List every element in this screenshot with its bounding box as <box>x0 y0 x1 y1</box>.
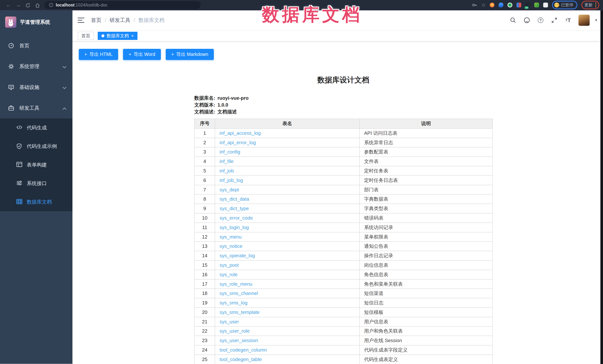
extension-icon-6[interactable] <box>534 3 539 7</box>
sidebar-logo[interactable]: 芋道管理系统 <box>0 11 72 29</box>
table-name-link[interactable]: sys_notice <box>220 243 243 249</box>
browser-menu-icon[interactable] <box>595 3 596 7</box>
browser-back-icon[interactable] <box>4 0 13 10</box>
tag-home[interactable]: 首页 <box>78 32 94 40</box>
password-key-icon[interactable] <box>472 2 477 8</box>
sidebar-item-label: 系统管理 <box>19 63 39 70</box>
table-grid-icon <box>16 199 22 205</box>
table-name-link[interactable]: inf_job_log <box>220 177 243 183</box>
address-bar[interactable]: localhost:1024/tool/db-doc <box>45 1 201 9</box>
browser-home-icon[interactable] <box>33 0 42 10</box>
font-size-icon[interactable] <box>565 17 571 23</box>
site-info-icon[interactable] <box>49 3 53 7</box>
export-markdown-button[interactable]: + 导出 Markdown <box>166 49 214 60</box>
row-index: 13 <box>195 242 215 251</box>
browser-update-group[interactable]: 更新 <box>581 1 599 9</box>
chevron-down-icon <box>62 63 67 70</box>
table-name-link[interactable]: sys_role <box>220 272 238 277</box>
browser-actions: on 已暂停 更新 <box>472 1 599 9</box>
table-row: 10sys_error_code错误码表 <box>195 213 492 223</box>
tag-db-doc[interactable]: 数据库文档 × <box>98 32 138 40</box>
row-index: 23 <box>195 336 215 345</box>
sidebar-item-devtools[interactable]: 研发工具 <box>0 98 72 118</box>
table-name-cell: sys_dict_type <box>215 204 359 213</box>
table-name-link[interactable]: sys_login_log <box>220 225 249 230</box>
table-name-link[interactable]: sys_sms_template <box>220 309 259 315</box>
page-scrollbar[interactable] <box>600 11 603 364</box>
browser-reload-icon[interactable] <box>23 0 33 10</box>
plus-icon: + <box>84 51 87 57</box>
breadcrumb-home[interactable]: 首页 <box>91 17 101 24</box>
export-word-button[interactable]: + 导出 Word <box>123 49 161 60</box>
table-name-link[interactable]: inf_api_error_log <box>220 140 256 145</box>
export-html-button[interactable]: + 导出 HTML <box>79 49 118 60</box>
table-name-link[interactable]: inf_config <box>220 149 240 155</box>
table-name-link[interactable]: sys_user_role <box>220 328 250 334</box>
table-name-link[interactable]: sys_sms_channel <box>220 290 258 296</box>
row-index: 19 <box>195 298 215 308</box>
url-path: :1024/tool/db-doc <box>74 3 108 8</box>
extensions-puzzle-icon[interactable] <box>543 3 548 7</box>
table-name-link[interactable]: inf_job <box>220 168 234 174</box>
breadcrumb-separator: / <box>105 17 106 23</box>
extension-icon-1[interactable] <box>490 3 495 7</box>
extension-icon-2[interactable] <box>499 3 503 7</box>
table-name-link[interactable]: sys_dict_data <box>220 196 249 202</box>
fullscreen-icon[interactable] <box>551 17 558 23</box>
sidebar-item-codegen-demo[interactable]: 代码生成示例 <box>0 137 72 155</box>
table-name-link[interactable]: sys_menu <box>220 234 242 240</box>
table-name-cell: sys_sms_channel <box>215 289 359 298</box>
sidebar-item-system[interactable]: 系统管理 <box>0 56 72 77</box>
extension-icon-4[interactable] <box>516 3 521 7</box>
table-name-link[interactable]: sys_user <box>220 319 239 324</box>
avatar[interactable] <box>579 15 590 26</box>
sidebar-item-infra[interactable]: 基础设施 <box>0 77 72 98</box>
tag-close-icon[interactable]: × <box>131 33 134 38</box>
table-name-link[interactable]: tool_codegen_table <box>220 357 262 362</box>
chevron-up-icon <box>62 105 67 111</box>
table-name-link[interactable]: tool_codegen_column <box>220 347 267 353</box>
bookmark-star-icon[interactable] <box>481 2 486 8</box>
table-row: 19sys_sms_log短信日志 <box>195 298 492 308</box>
table-name-link[interactable]: sys_dept <box>220 187 239 192</box>
column-header-index: 序号 <box>195 119 215 128</box>
sidebar-item-codegen[interactable]: 代码生成 <box>0 118 72 137</box>
search-icon[interactable] <box>510 17 516 23</box>
chevron-down-icon <box>62 84 67 91</box>
table-name-link[interactable]: sys_role_menu <box>220 281 252 287</box>
table-name-link[interactable]: sys_operate_log <box>220 253 255 258</box>
tag-label: 数据库文档 <box>107 33 129 39</box>
row-index: 12 <box>195 232 215 242</box>
sidebar-item-api[interactable]: 系统接口 <box>0 174 72 193</box>
table-row: 23sys_user_session用户在线 Session <box>195 336 492 345</box>
sidebar-toggle-icon[interactable] <box>78 18 84 23</box>
extension-icon-5[interactable]: on <box>525 3 530 7</box>
row-index: 25 <box>195 355 215 364</box>
browser-forward-icon[interactable] <box>13 0 23 10</box>
button-label: 导出 HTML <box>89 51 113 57</box>
doc-title: 数据库设计文档 <box>194 75 492 85</box>
sidebar-item-db-doc[interactable]: 数据库文档 <box>0 193 72 211</box>
table-name-link[interactable]: sys_dict_type <box>220 206 249 211</box>
avatar-caret-icon[interactable] <box>594 18 598 22</box>
table-name-link[interactable]: inf_file <box>220 158 233 164</box>
table-row: 15sys_post岗位信息表 <box>195 260 492 270</box>
table-name-link[interactable]: sys_post <box>220 262 239 268</box>
table-name-link[interactable]: sys_sms_log <box>220 300 247 306</box>
extension-icon-3[interactable] <box>508 3 512 7</box>
paused-extension-badge[interactable]: 已暂停 <box>552 1 577 9</box>
update-button[interactable]: 更新 <box>584 2 592 8</box>
table-name-link[interactable]: inf_api_access_log <box>220 130 261 136</box>
sidebar-item-home[interactable]: 首页 <box>0 35 72 56</box>
help-doc-icon[interactable] <box>537 17 544 23</box>
table-name-cell: inf_file <box>215 157 359 166</box>
paused-label: 已暂停 <box>561 2 573 8</box>
table-desc-cell: 通知公告表 <box>359 242 492 251</box>
github-icon[interactable] <box>523 17 530 23</box>
breadcrumb-devtools[interactable]: 研发工具 <box>110 17 130 24</box>
sidebar-item-form-builder[interactable]: 表单构建 <box>0 155 72 174</box>
row-index: 17 <box>195 279 215 289</box>
table-name-link[interactable]: sys_error_code <box>220 215 253 221</box>
table-name-link[interactable]: sys_user_session <box>220 338 258 343</box>
doc-meta-dbname: 数据库名:ruoyi-vue-pro <box>194 95 492 101</box>
